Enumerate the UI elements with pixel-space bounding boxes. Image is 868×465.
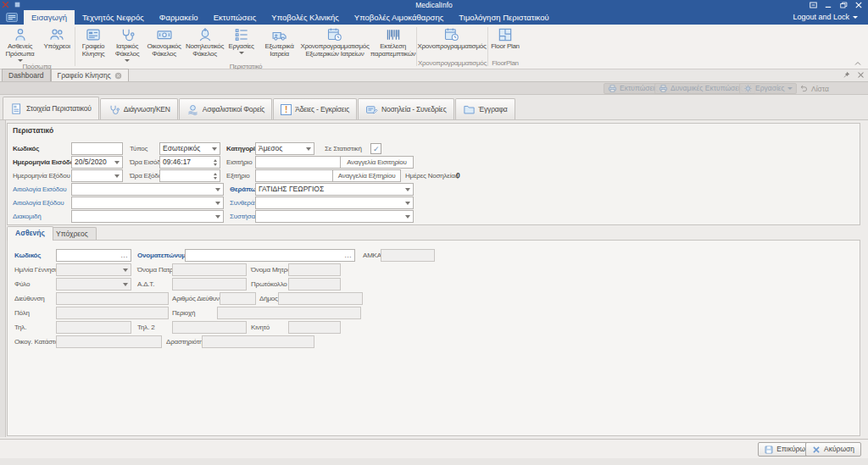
- municipality-input[interactable]: [278, 292, 363, 305]
- marital-status-input[interactable]: [56, 335, 162, 348]
- referrer-dropdown[interactable]: [255, 210, 414, 223]
- tab-ypoxreos[interactable]: Υπόχρεος: [47, 227, 97, 241]
- mother-name-input[interactable]: [288, 263, 341, 276]
- statistic-label: Σε Στατιστική: [325, 142, 362, 155]
- discharge-reason-label[interactable]: Αιτιολογία Εξόδου: [13, 197, 64, 209]
- admission-notice-button[interactable]: Αναγγελία Εισιτηρίου: [340, 156, 414, 169]
- ribbon-button-iatrikos-fakelos[interactable]: Ιατρικός Φάκελος: [110, 25, 144, 63]
- admission-date-picker[interactable]: 20/5/2020: [71, 156, 123, 169]
- menu-tab-ypovoles-aimokatharsis[interactable]: Υποβολές Αιμοκάθαρσης: [347, 10, 452, 25]
- activity-input[interactable]: [202, 335, 314, 348]
- ribbon-button-exoterika-iatreia[interactable]: Εξωτερικά Ιατρεία: [259, 25, 299, 59]
- mobile-input[interactable]: [288, 321, 341, 334]
- chevron-down-icon: [405, 188, 410, 191]
- floorplan-icon: [497, 26, 514, 43]
- tab-adeies-egkriseis[interactable]: Άδειες - Εγκρίσεις: [273, 98, 357, 119]
- gender-dropdown[interactable]: [56, 278, 131, 291]
- ribbon-button-ektelesi-parapemptikon[interactable]: Εκτέλεση παραπεμπτικών: [370, 25, 415, 59]
- discharge-time-spinner[interactable]: [159, 169, 220, 182]
- phone2-label: Τηλ. 2: [137, 321, 154, 334]
- co-attending-dropdown[interactable]: [255, 197, 414, 209]
- ribbon-button-ergasies[interactable]: Εργασίες: [225, 25, 257, 55]
- ribbon-button-oikonomikos-fakelos[interactable]: Οικονομικός Φάκελος: [144, 25, 184, 59]
- stethoscope-icon: [119, 26, 136, 43]
- chevron-down-icon: [215, 188, 220, 191]
- ribbon-button-floor-plan[interactable]: Floor Plan: [489, 25, 521, 52]
- address-no-input[interactable]: [220, 292, 256, 305]
- ribbon-button-astheneis-prosopa[interactable]: Ασθενείς Πρόσωπα: [0, 25, 40, 63]
- fullname-label[interactable]: Ονοματεπώνυμο: [137, 249, 190, 262]
- admission-time-spinner[interactable]: 09:46:17: [159, 156, 220, 169]
- menu-tab-timologisi[interactable]: Τιμολόγηση Περιστατικού: [451, 10, 556, 25]
- tab-grafeio-kinisis[interactable]: Γραφείο Κίνησης: [51, 69, 129, 81]
- father-name-input[interactable]: [172, 263, 247, 276]
- tab-eggrafa[interactable]: Έγγραφα: [455, 98, 515, 119]
- tab-asfalistikoi-foreis[interactable]: Ασφαλιστικοί Φορείς: [179, 98, 272, 119]
- amka-input[interactable]: [381, 249, 435, 262]
- transfer-label[interactable]: Διακομιδή: [13, 210, 42, 223]
- main-content: Περιστατικό Κωδικός Τύπος Εσωτερικός Κατ…: [0, 120, 868, 439]
- tab-asthenis[interactable]: Ασθενής: [7, 226, 53, 241]
- tab-stoixeia-peristatikou[interactable]: Στοιχεία Περιστατικού: [3, 97, 99, 119]
- phone2-input[interactable]: [172, 321, 247, 334]
- referrer-label[interactable]: Συστήσας: [230, 210, 259, 223]
- discharge-ticket-input[interactable]: [255, 169, 333, 182]
- window-style-button[interactable]: [805, 0, 821, 10]
- cancel-button[interactable]: Ακύρωση: [805, 442, 861, 457]
- collapsed-side-panel[interactable]: [0, 120, 6, 437]
- tab-diagnosi-ken[interactable]: Διάγνωση/ΚΕΝ: [100, 98, 178, 119]
- admission-reason-label[interactable]: Αιτιολογία Εισόδου: [13, 183, 66, 196]
- menu-tab-farmakeio[interactable]: Φαρμακείο: [152, 10, 206, 25]
- type-label: Τύπος: [130, 142, 147, 155]
- money-icon: [156, 26, 173, 43]
- area-input[interactable]: [217, 307, 361, 319]
- phone-input[interactable]: [56, 321, 131, 334]
- discharge-reason-dropdown[interactable]: [71, 197, 224, 209]
- ribbon-button-xrono-exoterikon-iatreion[interactable]: Χρονοπρογραμματισμός Εξωτερικών Ιατρείων: [299, 25, 370, 59]
- address-input[interactable]: [56, 292, 169, 305]
- tab-dashboard[interactable]: Dashboard: [2, 69, 51, 81]
- close-button[interactable]: [851, 0, 866, 10]
- menu-tab-ypovoles-klinikis[interactable]: Υποβολές Κλινικής: [264, 10, 346, 25]
- discharge-date-picker[interactable]: [71, 169, 123, 182]
- tasks-button[interactable]: Εργασίες: [739, 83, 797, 94]
- transfer-dropdown[interactable]: [71, 210, 224, 223]
- fullname-input[interactable]: [185, 249, 355, 262]
- printer-icon: [608, 84, 617, 93]
- tab-nosileia-synedries[interactable]: Νοσηλεία - Συνεδρίες: [358, 98, 454, 119]
- city-input[interactable]: [56, 307, 169, 319]
- idcard-input[interactable]: [172, 278, 247, 291]
- minimize-button[interactable]: [821, 0, 836, 10]
- birthdate-dropdown[interactable]: [56, 263, 131, 276]
- statistic-checkbox[interactable]: [370, 143, 381, 154]
- collapse-ribbon-icon[interactable]: [854, 61, 861, 66]
- category-dropdown[interactable]: Άμεσος: [255, 142, 314, 155]
- schedule-icon: [326, 26, 343, 43]
- back-to-list-button[interactable]: Λίστα: [799, 83, 829, 94]
- ribbon-button-xronoprogrammatismos[interactable]: Χρονοπρογραμματισμός: [418, 25, 486, 52]
- menu-tab-ektyposeis[interactable]: Εκτυπώσεις: [206, 10, 264, 25]
- ribbon-button-ypoxreoi[interactable]: Υπόχρεοι: [40, 25, 74, 52]
- ribbon-group-peristatiko: Γραφείο Κίνησης Ιατρικός Φάκελος Οικονομ…: [76, 25, 415, 69]
- admission-ticket-input[interactable]: [255, 156, 341, 169]
- menu-tab-texnitos-nefros[interactable]: Τεχνητός Νεφρός: [75, 10, 152, 25]
- code-input[interactable]: [71, 142, 123, 155]
- address-label: Διεύθυνση: [14, 292, 44, 305]
- menu-tab-eisagogi[interactable]: Εισαγωγή: [24, 10, 75, 25]
- pin-icon[interactable]: [843, 71, 850, 79]
- restore-button[interactable]: [836, 0, 851, 10]
- ribbon-button-nosileftikos-fakelos[interactable]: Νοσηλευτικός Φάκελος: [184, 25, 225, 59]
- close-tab-icon[interactable]: [114, 72, 122, 80]
- ribbon-button-grafeio-kinisis[interactable]: Γραφείο Κίνησης: [76, 25, 110, 59]
- type-dropdown[interactable]: Εσωτερικός: [159, 142, 220, 155]
- patient-code-input[interactable]: [56, 249, 131, 262]
- attending-dropdown[interactable]: ΓΑΤΙΔΗΣ ΓΕΩΡΓΙΟΣ: [255, 183, 414, 196]
- admission-reason-dropdown[interactable]: [71, 183, 224, 196]
- close-pane-icon[interactable]: [857, 71, 865, 79]
- protocol-input[interactable]: [288, 278, 341, 291]
- patient-code-label[interactable]: Κωδικός: [14, 249, 41, 262]
- logout-and-lock-button[interactable]: Logout and Lock: [793, 10, 868, 25]
- discharge-notice-button[interactable]: Αναγγελία Εξιτηρίου: [332, 169, 401, 182]
- file-menu-button[interactable]: [0, 10, 24, 25]
- record-toolbar: Εκτυπώσεις Δυναμικές Εκτυπώσεις Εργασίες…: [0, 82, 868, 95]
